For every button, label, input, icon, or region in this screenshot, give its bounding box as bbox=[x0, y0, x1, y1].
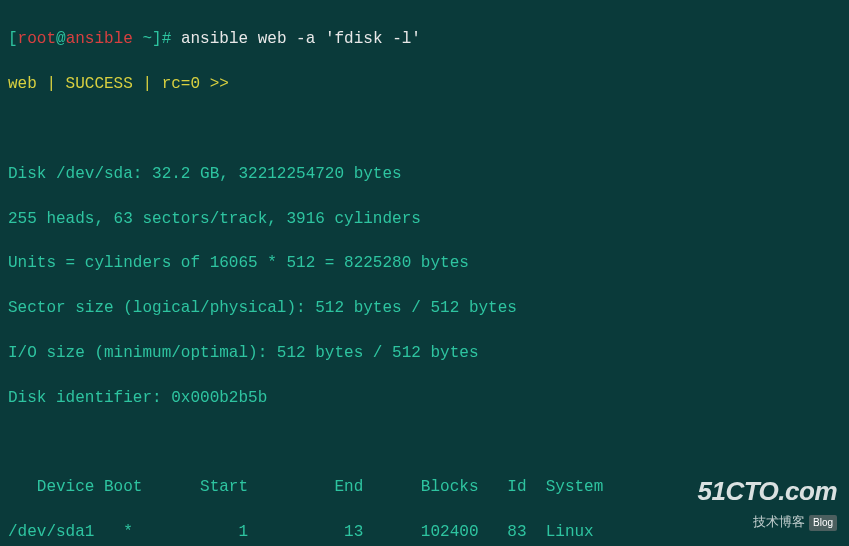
prompt-symbol: # bbox=[162, 30, 172, 48]
blank-line bbox=[8, 431, 841, 453]
partition-table-header: Device Boot Start End Blocks Id System bbox=[8, 476, 841, 498]
disk1-io: I/O size (minimum/optimal): 512 bytes / … bbox=[8, 342, 841, 364]
prompt-line: [root@ansible ~]# ansible web -a 'fdisk … bbox=[8, 28, 841, 50]
status-line: web | SUCCESS | rc=0 >> bbox=[8, 73, 841, 95]
command-input: ansible web -a 'fdisk -l' bbox=[181, 30, 421, 48]
terminal-output[interactable]: [root@ansible ~]# ansible web -a 'fdisk … bbox=[8, 6, 841, 546]
prompt-host: ansible bbox=[66, 30, 133, 48]
disk1-geometry: 255 heads, 63 sectors/track, 3916 cylind… bbox=[8, 208, 841, 230]
prompt-path: ~ bbox=[142, 30, 152, 48]
blank-line bbox=[8, 118, 841, 140]
disk1-id: Disk identifier: 0x000b2b5b bbox=[8, 387, 841, 409]
disk1-header: Disk /dev/sda: 32.2 GB, 32212254720 byte… bbox=[8, 163, 841, 185]
disk1-units: Units = cylinders of 16065 * 512 = 82252… bbox=[8, 252, 841, 274]
prompt-user: root bbox=[18, 30, 56, 48]
disk1-sector: Sector size (logical/physical): 512 byte… bbox=[8, 297, 841, 319]
partition-row-1: /dev/sda1 * 1 13 102400 83 Linux bbox=[8, 521, 841, 543]
